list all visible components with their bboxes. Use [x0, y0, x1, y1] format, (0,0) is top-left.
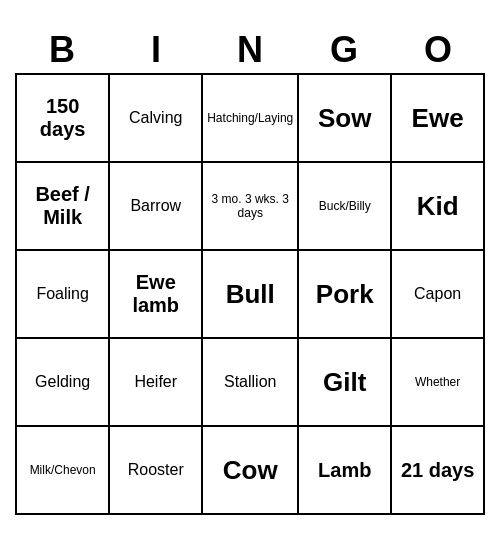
table-row: FoalingEwe lambBullPorkCapon	[16, 250, 484, 338]
bingo-cell: Hatching/Laying	[202, 74, 298, 162]
cell-content: Gilt	[303, 343, 386, 421]
bingo-card: BINGO 150 daysCalvingHatching/LayingSowE…	[15, 29, 485, 515]
cell-content: Calving	[114, 79, 197, 157]
bingo-cell: Whether	[391, 338, 484, 426]
bingo-cell: Kid	[391, 162, 484, 250]
header-letter: N	[203, 29, 297, 73]
cell-text: Ewe	[412, 103, 464, 134]
cell-content: Lamb	[303, 431, 386, 509]
bingo-cell: Ewe lamb	[109, 250, 202, 338]
cell-text: Cow	[223, 455, 278, 486]
table-row: GeldingHeiferStallionGiltWhether	[16, 338, 484, 426]
cell-text: Stallion	[224, 373, 276, 391]
cell-content: Capon	[396, 255, 479, 333]
cell-content: Sow	[303, 79, 386, 157]
cell-text: Hatching/Laying	[207, 111, 293, 125]
header-letter: O	[391, 29, 485, 73]
cell-text: Rooster	[128, 461, 184, 479]
cell-content: 150 days	[21, 79, 104, 157]
bingo-cell: Pork	[298, 250, 391, 338]
bingo-cell: Foaling	[16, 250, 109, 338]
bingo-grid: 150 daysCalvingHatching/LayingSowEweBeef…	[15, 73, 485, 515]
cell-content: 3 mo. 3 wks. 3 days	[207, 167, 293, 245]
header-letter: B	[15, 29, 109, 73]
bingo-cell: Beef / Milk	[16, 162, 109, 250]
cell-text: Barrow	[130, 197, 181, 215]
cell-content: Gelding	[21, 343, 104, 421]
cell-text: 150 days	[21, 95, 104, 141]
header-row: BINGO	[15, 29, 485, 73]
table-row: 150 daysCalvingHatching/LayingSowEwe	[16, 74, 484, 162]
cell-text: Ewe lamb	[114, 271, 197, 317]
cell-content: Heifer	[114, 343, 197, 421]
bingo-cell: Barrow	[109, 162, 202, 250]
cell-text: Heifer	[134, 373, 177, 391]
cell-content: Ewe lamb	[114, 255, 197, 333]
cell-text: Milk/Chevon	[30, 463, 96, 477]
bingo-cell: Lamb	[298, 426, 391, 514]
cell-text: Sow	[318, 103, 371, 134]
bingo-cell: Gilt	[298, 338, 391, 426]
cell-content: Ewe	[396, 79, 479, 157]
cell-content: Hatching/Laying	[207, 79, 293, 157]
bingo-cell: Stallion	[202, 338, 298, 426]
cell-text: Foaling	[36, 285, 88, 303]
cell-text: Calving	[129, 109, 182, 127]
cell-content: Barrow	[114, 167, 197, 245]
cell-text: Buck/Billy	[319, 199, 371, 213]
bingo-cell: Milk/Chevon	[16, 426, 109, 514]
cell-content: Milk/Chevon	[21, 431, 104, 509]
cell-content: Stallion	[207, 343, 293, 421]
cell-text: 3 mo. 3 wks. 3 days	[207, 192, 293, 220]
bingo-cell: Rooster	[109, 426, 202, 514]
cell-content: Foaling	[21, 255, 104, 333]
cell-content: 21 days	[396, 431, 479, 509]
bingo-cell: Sow	[298, 74, 391, 162]
cell-text: Gilt	[323, 367, 366, 398]
bingo-cell: Bull	[202, 250, 298, 338]
cell-text: Pork	[316, 279, 374, 310]
cell-content: Cow	[207, 431, 293, 509]
cell-text: Gelding	[35, 373, 90, 391]
cell-content: Bull	[207, 255, 293, 333]
bingo-cell: Heifer	[109, 338, 202, 426]
header-letter: I	[109, 29, 203, 73]
cell-text: Lamb	[318, 459, 371, 482]
bingo-cell: 3 mo. 3 wks. 3 days	[202, 162, 298, 250]
cell-content: Whether	[396, 343, 479, 421]
bingo-cell: 150 days	[16, 74, 109, 162]
cell-text: Whether	[415, 375, 460, 389]
cell-content: Rooster	[114, 431, 197, 509]
cell-text: Capon	[414, 285, 461, 303]
bingo-cell: Cow	[202, 426, 298, 514]
bingo-cell: Capon	[391, 250, 484, 338]
bingo-cell: Buck/Billy	[298, 162, 391, 250]
bingo-cell: Ewe	[391, 74, 484, 162]
cell-text: Kid	[417, 191, 459, 222]
cell-text: Bull	[226, 279, 275, 310]
cell-content: Buck/Billy	[303, 167, 386, 245]
cell-text: 21 days	[401, 459, 474, 482]
bingo-cell: 21 days	[391, 426, 484, 514]
header-letter: G	[297, 29, 391, 73]
table-row: Beef / MilkBarrow3 mo. 3 wks. 3 daysBuck…	[16, 162, 484, 250]
table-row: Milk/ChevonRoosterCowLamb21 days	[16, 426, 484, 514]
cell-content: Beef / Milk	[21, 167, 104, 245]
bingo-cell: Gelding	[16, 338, 109, 426]
bingo-cell: Calving	[109, 74, 202, 162]
cell-content: Pork	[303, 255, 386, 333]
cell-content: Kid	[396, 167, 479, 245]
cell-text: Beef / Milk	[21, 183, 104, 229]
